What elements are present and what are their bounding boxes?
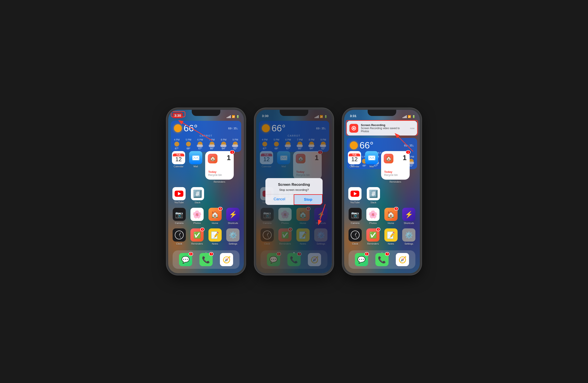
app-reminders-small-1[interactable]: ✅ 1 Reminders [189,229,205,245]
weather-hilo-1: 69↑ 35↓ [228,127,238,130]
app-mail-1[interactable]: ✉️ Mail [188,151,203,168]
dock-phone-1[interactable]: 📞 7 [198,253,214,266]
clock-face-1 [175,230,184,239]
shortcuts-icon-1[interactable]: ⚡ [226,208,239,221]
app-row-3: 📷 Camera 🌸 Photos 🏠 2 Home [171,208,241,224]
weather-hour-icon [233,142,238,147]
weather-temp-1: 66° [184,123,198,134]
weather-hour-item: 5 PM 68° [186,138,191,150]
weather-sun-icon-3 [350,141,358,149]
dock-3: 💬1 📞7 🧭 [349,250,415,269]
calendar-date-1: 12 [175,156,182,162]
safari-icon-1[interactable]: 🧭 [220,253,233,266]
battery-icon-1: 🔋 [236,115,239,118]
weather-hour-item: 9 PM 62° [232,138,238,150]
messages-badge-1: 1 [189,252,193,256]
reminders-widget-1[interactable]: 1 🏠 1 Today Recycle bin Reminders [205,151,234,183]
alert-cancel-button-2[interactable]: Cancel [265,194,294,205]
weather-hour-icon [221,142,226,147]
photos-icon-1[interactable]: 🌸 [190,208,204,221]
alert-buttons-2: Cancel Stop [265,194,323,205]
phone-screen-1: 3:30 📶 🔋 [168,110,244,273]
weather-hour-icon [174,142,179,147]
notif-body-3: Screen Recording video saved to Photos [361,127,407,133]
slack-label-1: Slack [195,201,201,204]
alert-dialog-2: Screen Recording Stop screen recording? … [265,178,323,205]
app-grid-3: TUE 12 Calendar ✉️ Mail 1 🏠 1 [347,151,417,249]
notification-banner-3[interactable]: Screen Recording Screen Recording video … [347,121,417,135]
clock-icon-1[interactable] [173,229,186,242]
weather-temp-3: 66° [359,140,374,151]
mail-icon-1[interactable]: ✉️ [189,151,202,164]
phone-screen-2: 3:30 📶 🔋 66° [256,110,332,273]
wifi-icon-1: 📶 [232,115,235,118]
reminders-text-1: Recycle bin [208,173,222,176]
youtube-icon-1[interactable] [172,187,186,200]
youtube-play-icon-1 [175,191,183,197]
alert-content-2: Screen Recording Stop screen recording? [265,178,323,194]
notif-time-3: now [410,127,415,130]
home-icon-1[interactable]: 🏠 2 [209,208,222,221]
weather-label-1: CARROT [174,134,238,137]
signal-icon-3 [403,115,407,118]
dock-1: 💬 1 📞 7 🧭 [173,250,239,269]
app-home-1[interactable]: 🏠 2 Home [207,208,223,224]
phone-frame-1: 3:30 📶 🔋 [167,108,246,275]
weather-hour-item: 7 PM 66° [209,138,215,150]
messages-icon-1[interactable]: 💬 1 [179,253,192,266]
app-clock-1[interactable]: Clock [171,229,187,245]
weather-sun-icon-1 [174,124,182,132]
app-grid-1: TUE 12 Calendar ✉️ Mail 1 🏠 [171,151,241,249]
reminders-widget-label-1: Reminders [213,181,225,183]
app-notes-1[interactable]: 📝 Notes [207,229,223,245]
time-highlight-box-1 [171,111,185,117]
home-label-1: Home [212,222,218,224]
alert-stop-button-2[interactable]: Stop [294,194,323,205]
phone-frame-2: 3:30 📶 🔋 66° [254,108,334,275]
dock-safari-1[interactable]: 🧭 [219,253,234,266]
weather-widget-1: 66° 69↑ 35↓ CARROT 4 PM 67° 5 PM [171,121,241,152]
weather-hour-item: 6 PM 67° [197,138,203,150]
mail-label-1: Mail [193,165,198,168]
notch-3 [368,110,396,116]
app-settings-1[interactable]: ⚙️ Settings [225,229,241,245]
phone-screen-3: 3:31 📶 🔋 Screen [344,110,420,273]
app-slack-1[interactable]: #️⃣ Slack [190,187,205,204]
dock-messages-1[interactable]: 💬 1 [178,253,193,266]
status-icons-1: 📶 🔋 [227,115,239,118]
phone-frame-3: 3:31 📶 🔋 Screen [342,108,421,275]
camera-icon-1[interactable]: 📷 [173,208,186,221]
weather-hourly-1: 4 PM 67° 5 PM 68° 6 PM 67° [174,138,238,150]
app-youtube-1[interactable]: YouTube [171,187,187,204]
app-calendar-1[interactable]: TUE 12 Calendar [171,151,186,168]
slack-icon-1[interactable]: #️⃣ [191,187,204,200]
camera-label-1: Camera [175,222,183,224]
notch-2 [280,110,308,116]
weather-hour-item: 8 PM 64° [221,138,227,150]
app-camera-1[interactable]: 📷 Camera [171,208,187,224]
status-icons-3: 📶 🔋 [403,115,415,118]
record-circle-3 [352,126,356,131]
phone-2: 3:30 📶 🔋 66° [254,108,334,275]
app-shortcuts-1[interactable]: ⚡ Shortcuts [225,208,241,224]
settings-icon-1[interactable]: ⚙️ [226,229,239,242]
weather-hour-item: 4 PM 67° [174,138,180,150]
settings-label-1: Settings [229,242,237,245]
app-row-2: YouTube #️⃣ Slack [171,187,241,204]
photos-label-1: Photos [193,222,201,224]
calendar-icon-1[interactable]: TUE 12 [172,151,185,164]
notes-icon-1[interactable]: 📝 [209,229,222,242]
weather-hour-icon [186,142,191,147]
reminders-small-label-1: Reminders [191,242,203,245]
alert-title-2: Screen Recording [269,183,319,187]
phone-icon-1[interactable]: 📞 7 [199,253,213,266]
reminders-large-icon-1[interactable]: 1 🏠 1 Today Recycle bin [205,151,234,180]
app-photos-1[interactable]: 🌸 Photos [189,208,205,224]
clock-label-1: Clock [176,242,182,245]
battery-icon-3: 🔋 [412,115,415,118]
reminders-small-icon-1[interactable]: ✅ 1 [190,229,204,242]
notif-record-icon-3 [349,124,358,133]
notif-text-3: Screen Recording Screen Recording video … [361,123,407,133]
weather-hour-icon [210,142,214,147]
alert-message-2: Stop screen recording? [269,188,319,192]
